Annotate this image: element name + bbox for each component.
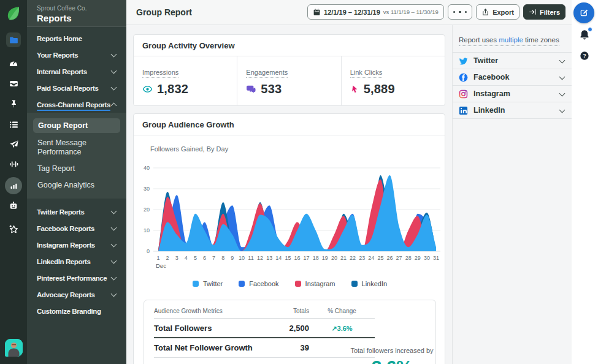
sidebar-item-instagram-reports[interactable]: Instagram Reports xyxy=(27,237,126,253)
table-header-row: Audience Growth Metrics Totals % Change xyxy=(154,308,375,319)
metrics-table: Audience Growth Metrics Totals % Change … xyxy=(154,308,375,358)
svg-text:10: 10 xyxy=(239,255,245,261)
bot-icon[interactable] xyxy=(8,200,19,211)
notifications-button[interactable] xyxy=(578,29,591,41)
user-avatar[interactable] xyxy=(5,339,23,357)
legend-swatch xyxy=(351,281,358,287)
paper-plane-icon[interactable] xyxy=(8,138,19,150)
gauge-icon[interactable] xyxy=(8,58,19,69)
legend-label: Twitter xyxy=(203,280,223,287)
growth-card-title: Group Audience Growth xyxy=(134,114,445,135)
subitem-google-analytics[interactable]: Google Analytics xyxy=(27,177,126,194)
metric-label[interactable]: Engagements xyxy=(246,69,288,78)
legend-item-instagram[interactable]: Instagram xyxy=(295,280,335,287)
subitem-group-report-selected[interactable]: Group Report xyxy=(33,118,120,133)
svg-text:3: 3 xyxy=(175,255,178,261)
legend-item-linkedin[interactable]: LinkedIn xyxy=(351,280,388,287)
sidebar-item-customize-branding[interactable]: Customize Branding xyxy=(27,303,126,319)
svg-text:6: 6 xyxy=(203,255,206,261)
summary-text: Total followers increased by xyxy=(347,347,437,354)
icon-rail xyxy=(0,0,27,364)
help-icon: ? xyxy=(580,51,589,61)
sidebar-item-advocacy-reports[interactable]: Advocacy Reports xyxy=(27,286,126,303)
multiple-timezones-link[interactable]: multiple xyxy=(499,36,523,44)
sidebar-item-internal-reports[interactable]: Internal Reports xyxy=(27,63,126,80)
metric-impressions: Impressions 1,832 xyxy=(134,56,237,106)
svg-text:9: 9 xyxy=(231,255,234,261)
star-icon[interactable] xyxy=(8,224,19,235)
bar-chart-icon[interactable] xyxy=(5,177,22,194)
metric-label[interactable]: Impressions xyxy=(142,69,178,78)
linkedin-icon xyxy=(459,106,468,115)
sidebar-item-paid-social-reports[interactable]: Paid Social Reports xyxy=(27,80,126,96)
svg-text:17: 17 xyxy=(304,255,310,261)
svg-text:22: 22 xyxy=(350,255,356,261)
sidebar-item-linkedin-reports[interactable]: LinkedIn Reports xyxy=(27,253,126,270)
sidebar-item-cross-channel-reports[interactable]: Cross-Channel Reports xyxy=(27,96,126,113)
svg-text:18: 18 xyxy=(313,255,319,261)
folder-icon[interactable] xyxy=(6,32,21,47)
table-row-net-follower-growth[interactable]: Total Net Follower Growth 39 xyxy=(154,338,375,358)
more-options-button[interactable] xyxy=(448,4,472,20)
legend-item-twitter[interactable]: Twitter xyxy=(193,280,223,287)
svg-text:11: 11 xyxy=(248,255,253,261)
chart-legend: TwitterFacebookInstagramLinkedIn xyxy=(134,280,446,287)
sprout-leaf-logo[interactable] xyxy=(6,6,21,21)
legend-label: LinkedIn xyxy=(362,280,388,287)
audio-levels-icon[interactable] xyxy=(8,159,19,170)
date-range-picker[interactable]: 12/1/19 – 12/31/19 vs 11/1/19 – 11/30/19 xyxy=(307,4,444,20)
panel-section-instagram[interactable]: Instagram xyxy=(453,86,572,102)
metric-link-clicks: Link Clicks 5,889 xyxy=(342,56,445,106)
compose-button[interactable] xyxy=(573,2,594,23)
cursor-icon xyxy=(350,84,359,94)
panel-section-linkedin[interactable]: LinkedIn xyxy=(453,102,572,119)
filters-icon xyxy=(529,8,537,16)
svg-text:20: 20 xyxy=(331,255,337,261)
panel-section-twitter[interactable]: Twitter xyxy=(453,53,572,69)
svg-text:27: 27 xyxy=(396,255,402,261)
table-row-total-followers[interactable]: Total Followers 2,500 ↗3.6% xyxy=(154,319,375,338)
calendar-icon xyxy=(313,8,321,16)
main-content: Group Activity Overview Impressions 1,83… xyxy=(126,25,452,364)
legend-item-facebook[interactable]: Facebook xyxy=(239,280,278,287)
chevron-down-icon xyxy=(559,57,565,63)
subitem-tag-report[interactable]: Tag Report xyxy=(27,161,126,177)
metric-label[interactable]: Link Clicks xyxy=(350,69,383,78)
followers-summary: Total followers increased by 3.6% xyxy=(347,347,437,364)
sidebar-item-your-reports[interactable]: Your Reports xyxy=(27,47,126,63)
list-icon[interactable] xyxy=(8,119,19,130)
chevron-up-icon xyxy=(111,103,117,109)
filters-button[interactable]: Filters xyxy=(523,4,565,20)
sidebar-header: Sprout Coffee Co. Reports xyxy=(27,0,126,27)
sidebar-item-pinterest-performance[interactable]: Pinterest Performance xyxy=(27,270,126,286)
sidebar-item-facebook-reports[interactable]: Facebook Reports xyxy=(27,220,126,237)
svg-text:14: 14 xyxy=(275,255,282,261)
help-button[interactable]: ? xyxy=(580,51,589,61)
group-activity-overview-card: Group Activity Overview Impressions 1,83… xyxy=(133,34,445,106)
svg-text:13: 13 xyxy=(266,255,272,261)
header-actions: 12/1/19 – 12/31/19 vs 11/1/19 – 11/30/19… xyxy=(307,4,565,20)
svg-text:7: 7 xyxy=(212,255,215,261)
chevron-down-icon xyxy=(111,224,117,230)
legend-swatch xyxy=(239,281,245,287)
sidebar-item-reports-home[interactable]: Reports Home xyxy=(27,30,126,47)
reports-sidebar: Sprout Coffee Co. Reports Reports Home Y… xyxy=(27,0,126,364)
app-window: Sprout Coffee Co. Reports Reports Home Y… xyxy=(0,0,598,364)
chat-bubbles-icon xyxy=(246,84,256,94)
pin-icon[interactable] xyxy=(8,98,19,109)
legend-swatch xyxy=(193,281,199,287)
followers-gained-area-chart[interactable]: 0102030401234567891011121314151617181920… xyxy=(134,148,446,268)
cross-channel-submenu: Group Report Sent Message Performance Ta… xyxy=(27,113,126,199)
compare-range-value: vs 11/1/19 – 11/30/19 xyxy=(383,9,439,15)
overview-card-title: Group Activity Overview xyxy=(134,35,445,56)
sidebar-lower-items: Twitter Reports Facebook Reports Instagr… xyxy=(27,203,126,319)
inbox-icon[interactable] xyxy=(8,78,19,89)
svg-text:0: 0 xyxy=(147,248,150,254)
sidebar-item-twitter-reports[interactable]: Twitter Reports xyxy=(27,203,126,220)
col-header-change: % Change xyxy=(309,308,375,314)
metrics-row: Impressions 1,832 Engagements 533 Link C… xyxy=(134,56,445,106)
subitem-sent-message-performance[interactable]: Sent Message Performance xyxy=(27,135,101,161)
panel-section-facebook[interactable]: Facebook xyxy=(453,69,572,86)
export-button[interactable]: Export xyxy=(476,4,519,20)
date-range-value: 12/1/19 – 12/31/19 xyxy=(324,9,380,16)
